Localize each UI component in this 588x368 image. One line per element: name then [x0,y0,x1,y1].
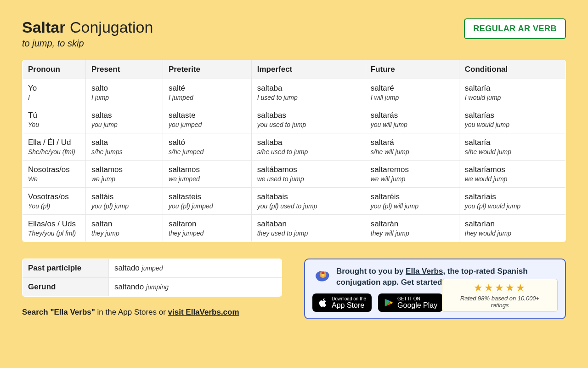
column-header: Imperfect [251,60,365,79]
page-title: Saltar Conjugation [22,18,153,36]
pronoun-cell: Nosotras/osWe [23,161,86,188]
verb-forms-table: Past participle saltado jumped Gerund sa… [22,259,282,297]
search-hint: Search "Ella Verbs" in the App Stores or… [22,308,282,317]
conjugation-cell: saltarías/he would jump [459,133,565,161]
conjugation-cell: saltaremoswe will jump [365,161,459,188]
past-participle-label: Past participle [23,259,109,278]
conjugation-cell: saltanthey jump [86,215,163,242]
conjugation-cell: saltós/he jumped [163,133,252,161]
google-play-icon [384,298,394,308]
conjugation-cell: saltasyou jump [86,106,163,133]
conjugation-cell: saltaríaisyou (pl) would jump [459,188,565,215]
google-play-button[interactable]: GET IT ONGoogle Play [378,293,443,312]
promo-ellaverbs-link[interactable]: Ella Verbs [406,267,443,276]
gerund-label: Gerund [23,278,109,297]
conjugation-cell: saltabas/he used to jump [251,133,365,161]
app-store-button[interactable]: Download on theApp Store [312,293,372,312]
verb-name: Saltar [22,18,66,36]
promo-app-icon [312,266,332,285]
pronoun-cell: Ella / Él / UdShe/he/you (fml) [23,133,86,161]
conjugation-cell: saltaríasyou would jump [459,106,565,133]
table-row: TúYousaltasyou jumpsaltasteyou jumpedsal… [23,106,566,133]
pronoun-cell: Vosotras/osYou (pl) [23,188,86,215]
table-row: Ella / Él / UdShe/he/you (fml)saltas/he … [23,133,566,161]
column-header: Pronoun [23,60,86,79]
conjugation-cell: saltaríaI would jump [459,79,565,106]
conjugation-cell: saltas/he jumps [86,133,163,161]
verb-type-badge: REGULAR AR VERB [464,18,566,39]
title-suffix: Conjugation [70,18,153,36]
conjugation-cell: saltarásyou will jump [365,106,459,133]
pronoun-cell: YoI [23,79,86,106]
conjugation-cell: saltoI jump [86,79,163,106]
table-row: Ellas/os / UdsThey/you (pl fml)saltanthe… [23,215,566,242]
past-participle-value: saltado jumped [109,259,282,278]
rating-box: ★★★★★ Rated 98% based on 10,000+ ratings [442,279,558,312]
conjugation-cell: saltasteyou jumped [163,106,252,133]
ellaverbs-link[interactable]: visit EllaVerbs.com [168,308,239,316]
apple-icon [318,298,328,308]
column-header: Present [86,60,163,79]
column-header: Conditional [459,60,565,79]
promo-box: Brought to you by Ella Verbs, the top-ra… [304,259,566,319]
conjugation-cell: saltamoswe jumped [163,161,252,188]
conjugation-cell: saltábamoswe used to jump [251,161,365,188]
column-header: Future [365,60,459,79]
column-header: Preterite [163,60,252,79]
conjugation-cell: saltabasyou used to jump [251,106,365,133]
conjugation-table: PronounPresentPreteriteImperfectFutureCo… [22,60,566,242]
pronoun-cell: Ellas/os / UdsThey/you (pl fml) [23,215,86,242]
pronoun-cell: TúYou [23,106,86,133]
conjugation-cell: saltaronthey jumped [163,215,252,242]
gerund-value: saltando jumping [109,278,282,297]
conjugation-cell: saltarás/he will jump [365,133,459,161]
conjugation-cell: saltaránthey will jump [365,215,459,242]
star-icons: ★★★★★ [451,282,549,294]
conjugation-cell: saltaríanthey would jump [459,215,565,242]
rating-text: Rated 98% based on 10,000+ ratings [451,295,549,309]
conjugation-cell: saltaréI will jump [365,79,459,106]
conjugation-cell: saltabaisyou (pl) used to jump [251,188,365,215]
table-row: Vosotras/osYou (pl)saltáisyou (pl) jumps… [23,188,566,215]
conjugation-cell: saltabaI used to jump [251,79,365,106]
conjugation-cell: saltasteisyou (pl) jumped [163,188,252,215]
conjugation-cell: saltamoswe jump [86,161,163,188]
conjugation-cell: saltéI jumped [163,79,252,106]
conjugation-cell: saltáisyou (pl) jump [86,188,163,215]
conjugation-cell: saltaríamoswe would jump [459,161,565,188]
table-row: YoIsaltoI jumpsaltéI jumpedsaltabaI used… [23,79,566,106]
conjugation-cell: saltaréisyou (pl) will jump [365,188,459,215]
verb-translation: to jump, to skip [22,38,153,49]
conjugation-cell: saltabanthey used to jump [251,215,365,242]
table-row: Nosotras/osWesaltamoswe jumpsaltamoswe j… [23,161,566,188]
